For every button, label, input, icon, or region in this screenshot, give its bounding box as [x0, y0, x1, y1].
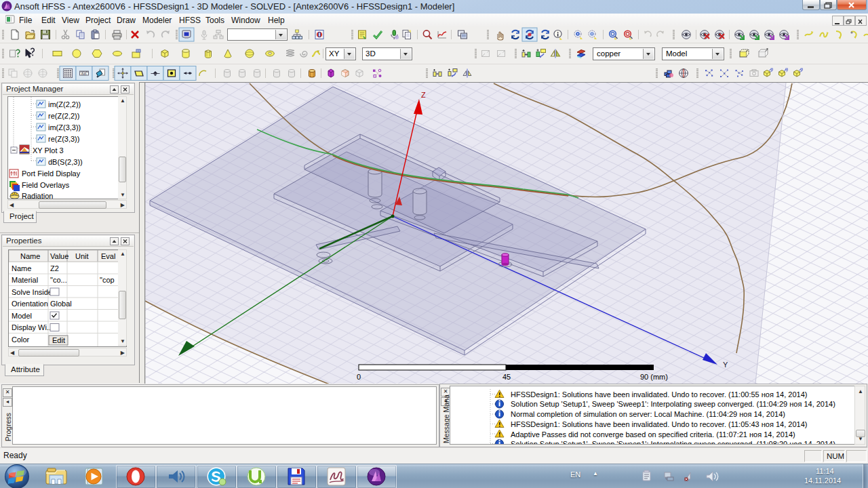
- svg-text:Normal completion of simulatio: Normal completion of simulation on serve…: [511, 410, 785, 418]
- svg-text:im(Z(2,2)): im(Z(2,2)): [48, 100, 81, 108]
- svg-text:Z2: Z2: [50, 264, 59, 272]
- svg-text:45: 45: [502, 373, 511, 381]
- svg-text:re(Z(3,3)): re(Z(3,3)): [48, 135, 79, 143]
- svg-text:Global: Global: [50, 300, 72, 308]
- svg-text:dB(S(2,3)): dB(S(2,3)): [48, 158, 83, 166]
- svg-text:0: 0: [357, 373, 361, 381]
- svg-text:HFSSDesign1: Solutions have be: HFSSDesign1: Solutions have been invalid…: [511, 390, 807, 399]
- svg-text:HFSSDesign1: Solutions have be: HFSSDesign1: Solutions have been invalid…: [511, 420, 807, 428]
- svg-text:Name: Name: [20, 252, 40, 260]
- svg-text:re(Z(2,2)): re(Z(2,2)): [48, 112, 79, 120]
- svg-text:Model: Model: [12, 312, 32, 320]
- svg-text:XY Plot 3: XY Plot 3: [33, 146, 64, 155]
- svg-text:im(Z(3,3)): im(Z(3,3)): [48, 123, 81, 131]
- svg-text:Adaptive Passes did not conver: Adaptive Passes did not converge based o…: [511, 430, 795, 439]
- svg-text:Color: Color: [12, 336, 30, 344]
- svg-text:"cop: "cop: [100, 276, 115, 284]
- svg-text:Y: Y: [723, 361, 728, 369]
- svg-text:Solution Setup 'Setup1', Sweep: Solution Setup 'Setup1', Sweep 'Sweep1':…: [511, 400, 835, 408]
- svg-text:Material: Material: [12, 276, 38, 284]
- svg-text:Solve Inside: Solve Inside: [12, 288, 52, 296]
- svg-text:"co...: "co...: [50, 276, 67, 284]
- svg-text:Solution Setup 'Setup1', Sweep: Solution Setup 'Setup1', Sweep 'Sweep1':…: [511, 440, 835, 445]
- svg-text:Display Wi...: Display Wi...: [12, 323, 53, 331]
- svg-text:Port Field Display: Port Field Display: [22, 169, 81, 178]
- svg-text:Orientation: Orientation: [12, 300, 48, 308]
- svg-text:Edit: Edit: [52, 336, 65, 344]
- svg-text:Eval: Eval: [101, 252, 115, 260]
- svg-text:Radiation: Radiation: [22, 192, 53, 200]
- svg-text:Z: Z: [421, 91, 426, 99]
- svg-text:Value: Value: [50, 252, 68, 260]
- svg-text:Name: Name: [12, 264, 31, 272]
- svg-text:90 (mm): 90 (mm): [640, 373, 668, 381]
- svg-text:Field Overlays: Field Overlays: [22, 181, 70, 189]
- svg-text:Unit: Unit: [75, 252, 89, 260]
